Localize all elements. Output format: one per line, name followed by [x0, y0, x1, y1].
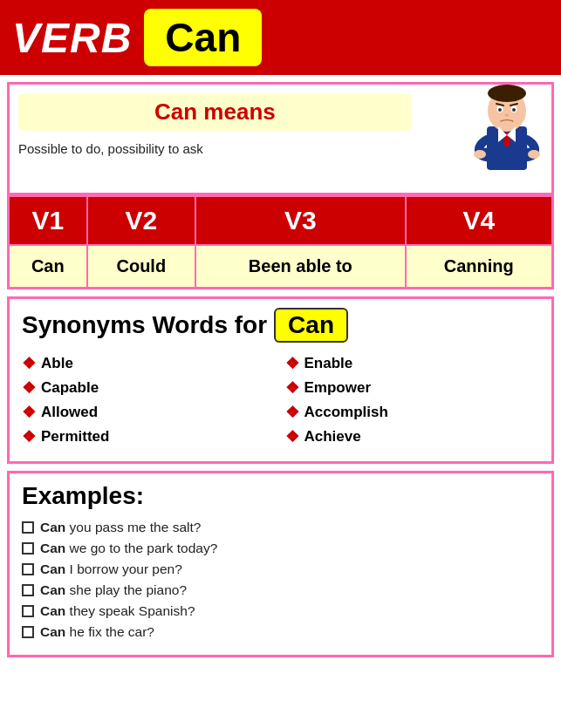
synonym-capable-text: Capable [41, 379, 99, 397]
means-title-bold: Can [154, 99, 197, 125]
example-2: Can we go to the park today? [22, 538, 539, 559]
synonym-enable-text: Enable [304, 355, 353, 372]
example-3-text: Can I borrow your pen? [40, 561, 182, 577]
v1-header: V1 [9, 196, 87, 245]
example-5: Can they speak Spanish? [22, 601, 539, 622]
synonyms-title: Synonyms Words for Can [22, 308, 539, 343]
example-1: Can you pass me the salt? [22, 517, 539, 538]
diamond-icon: ❖ [22, 427, 36, 446]
diamond-icon: ❖ [22, 378, 36, 398]
synonyms-title-text: Synonyms Words for [22, 311, 267, 339]
example-4: Can she play the piano? [22, 580, 539, 601]
character-illustration [468, 83, 546, 187]
v1-value: Can [9, 245, 87, 289]
v3-value: Been able to [195, 245, 406, 289]
synonyms-col1: ❖ Able ❖ Capable ❖ Allowed ❖ Permitted [22, 351, 277, 449]
diamond-icon: ❖ [22, 354, 36, 373]
example-6: Can he fix the car? [22, 622, 539, 643]
diamond-icon: ❖ [285, 354, 299, 373]
header-word-box: Can [144, 9, 262, 66]
examples-section: Examples: Can you pass me the salt? Can … [7, 471, 554, 657]
synonym-permitted: ❖ Permitted [22, 425, 277, 449]
synonym-empower: ❖ Empower [285, 376, 540, 400]
synonyms-grid: ❖ Able ❖ Capable ❖ Allowed ❖ Permitted ❖… [22, 351, 539, 449]
checkbox-icon [22, 542, 34, 555]
header-word: Can [165, 15, 241, 60]
svg-point-3 [488, 85, 526, 102]
v4-header: V4 [406, 196, 553, 245]
checkbox-icon [22, 563, 34, 575]
synonyms-word: Can [288, 311, 334, 338]
example-6-text: Can he fix the car? [40, 624, 154, 640]
synonym-achieve: ❖ Achieve [285, 425, 540, 449]
svg-point-14 [528, 150, 540, 159]
means-description: Possible to do, possibility to ask [18, 141, 543, 156]
synonym-empower-text: Empower [304, 379, 372, 397]
means-title: Can means [154, 99, 276, 125]
examples-title: Examples: [22, 482, 539, 510]
means-title-colored: means [203, 99, 275, 125]
checkbox-icon [22, 521, 34, 534]
synonym-allowed-text: Allowed [41, 404, 98, 421]
svg-point-6 [498, 108, 502, 112]
means-title-box: Can means [18, 93, 412, 131]
synonym-able-text: Able [41, 355, 73, 372]
diamond-icon: ❖ [22, 403, 36, 422]
svg-point-10 [505, 114, 510, 117]
diamond-icon: ❖ [285, 403, 299, 422]
synonyms-section: Synonyms Words for Can ❖ Able ❖ Capable … [7, 296, 554, 464]
synonym-allowed: ❖ Allowed [22, 400, 277, 425]
character-svg [468, 83, 546, 187]
example-3: Can I borrow your pen? [22, 559, 539, 580]
synonym-capable: ❖ Capable [22, 376, 277, 400]
verb-label: VERB [12, 14, 132, 62]
diamond-icon: ❖ [285, 427, 299, 446]
example-2-text: Can we go to the park today? [40, 541, 217, 556]
means-section: Can means Possible to do, possibility to… [7, 82, 554, 195]
synonym-enable: ❖ Enable [285, 351, 540, 376]
v2-value: Could [87, 245, 195, 289]
checkbox-icon [22, 584, 34, 596]
v2-header: V2 [87, 196, 195, 245]
synonyms-word-box: Can [274, 308, 348, 343]
synonym-accomplish-text: Accomplish [304, 404, 388, 421]
synonym-achieve-text: Achieve [304, 428, 361, 446]
header: VERB Can [0, 0, 561, 75]
synonyms-col2: ❖ Enable ❖ Empower ❖ Accomplish ❖ Achiev… [285, 351, 540, 449]
verb-header-row: V1 V2 V3 V4 [9, 196, 553, 245]
verb-body-row: Can Could Been able to Canning [9, 245, 553, 289]
svg-point-7 [512, 108, 516, 112]
checkbox-icon [22, 605, 34, 617]
v3-header: V3 [195, 196, 406, 245]
synonym-accomplish: ❖ Accomplish [285, 400, 540, 425]
svg-point-13 [474, 150, 486, 159]
v4-value: Canning [406, 245, 553, 289]
example-4-text: Can she play the piano? [40, 582, 187, 598]
synonym-permitted-text: Permitted [41, 428, 109, 446]
synonym-able: ❖ Able [22, 351, 277, 376]
verb-forms-table: V1 V2 V3 V4 Can Could Been able to Canni… [7, 195, 554, 289]
checkbox-icon [22, 626, 34, 638]
example-5-text: Can they speak Spanish? [40, 603, 195, 619]
diamond-icon: ❖ [285, 378, 299, 398]
example-1-text: Can you pass me the salt? [40, 520, 201, 535]
